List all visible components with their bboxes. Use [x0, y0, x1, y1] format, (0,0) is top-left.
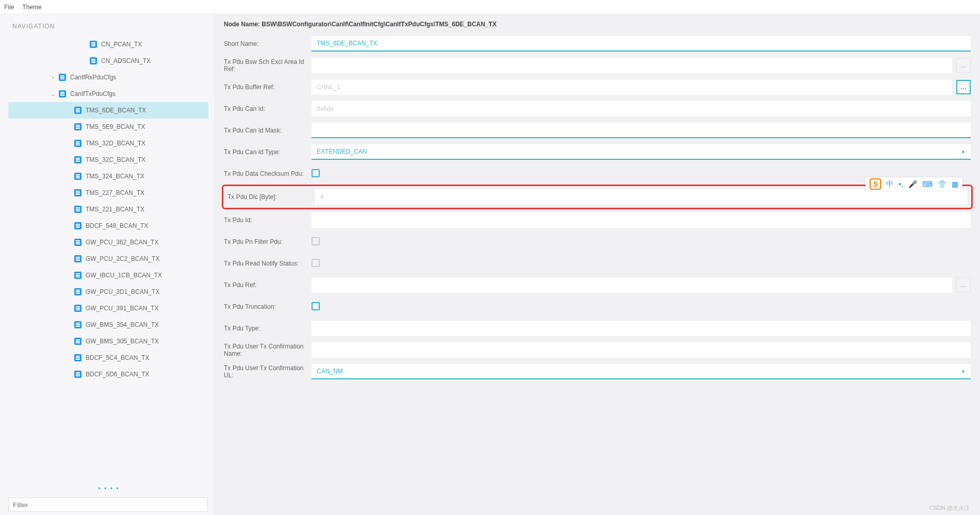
short-name-input[interactable]	[312, 36, 971, 52]
file-icon	[74, 371, 81, 378]
tree-item-tms_227_bcan_tx[interactable]: TMS_227_BCAN_TX	[8, 185, 208, 201]
tree-item-tms_221_bcan_tx[interactable]: TMS_221_BCAN_TX	[8, 201, 208, 218]
pn-filter-checkbox[interactable]	[312, 237, 320, 245]
pdu-ref-label: Tx Pdu Ref:	[224, 281, 312, 289]
tree-item-gw_pcu_362_bcan_tx[interactable]: GW_PCU_362_BCAN_TX	[8, 234, 208, 251]
tree-item-gw_pcu_3d1_bcan_tx[interactable]: GW_PCU_3D1_BCAN_TX	[8, 284, 208, 300]
conf-ul-select[interactable]	[312, 364, 971, 379]
ime-mic-icon[interactable]: 🎤	[908, 180, 917, 188]
tree-item-bdcf_5c4_bcan_tx[interactable]: BDCF_5C4_BCAN_TX	[8, 350, 208, 366]
filter-input[interactable]	[8, 497, 207, 512]
file-icon	[74, 189, 81, 196]
file-icon	[74, 354, 81, 361]
tree-item-label: TMS_221_BCAN_TX	[86, 206, 144, 213]
file-icon	[74, 272, 81, 279]
tree-item-gw_pcu_2c2_bcan_tx[interactable]: GW_PCU_2C2_BCAN_TX	[8, 251, 208, 267]
tree-item-label: GW_PCU_3D1_BCAN_TX	[86, 288, 159, 295]
tree-item-gw_ibcu_1cb_bcan_tx[interactable]: GW_IBCU_1CB_BCAN_TX	[8, 267, 208, 284]
buffer-ref-input[interactable]	[312, 79, 952, 95]
excl-area-input[interactable]	[312, 58, 952, 73]
tree-item-cn_pcan_tx[interactable]: CN_PCAN_TX	[8, 36, 208, 53]
tree-item-label: TMS_324_BCAN_TX	[86, 173, 144, 180]
file-icon	[74, 206, 81, 213]
pdu-type-label: Tx Pdu Type:	[224, 325, 312, 332]
ime-toolbar[interactable]: S 中 •, 🎤 ⌨ 👕 ▦	[865, 177, 962, 191]
ime-keyboard-icon[interactable]: ⌨	[922, 180, 933, 188]
can-id-mask-input[interactable]	[312, 123, 971, 138]
tree-item-label: CanIfTxPduCfgs	[70, 90, 116, 97]
file-icon	[74, 107, 81, 114]
pdu-ref-input[interactable]	[312, 277, 952, 293]
file-icon	[90, 57, 97, 64]
file-icon	[74, 321, 81, 328]
tree-item-label: GW_PCU_2C2_BCAN_TX	[86, 255, 159, 262]
tree-item-caniftxpducfgs[interactable]: ⌄CanIfTxPduCfgs	[8, 86, 208, 102]
ime-logo-icon: S	[870, 178, 881, 190]
file-icon	[74, 140, 81, 147]
ime-lang-icon[interactable]: 中	[886, 179, 893, 189]
pdu-type-input[interactable]	[312, 321, 971, 336]
ime-skin-icon[interactable]: 👕	[938, 180, 946, 188]
buffer-ref-browse-button[interactable]: …	[956, 80, 971, 94]
tree-item-label: GW_IBCU_1CB_BCAN_TX	[86, 272, 162, 279]
tree-item-tms_32c_bcan_tx[interactable]: TMS_32C_BCAN_TX	[8, 152, 208, 168]
tree-item-gw_bms_354_bcan_tx[interactable]: GW_BMS_354_BCAN_TX	[8, 317, 208, 333]
file-icon	[74, 173, 81, 180]
menu-theme[interactable]: Theme	[22, 4, 41, 11]
tree-item-label: GW_PCU_391_BCAN_TX	[86, 305, 158, 312]
tree-item-label: BDCF_5D6_BCAN_TX	[86, 371, 149, 378]
checksum-checkbox[interactable]	[312, 169, 320, 177]
tree-item-bdcf_548_bcan_tx[interactable]: BDCF_548_BCAN_TX	[8, 218, 208, 234]
buffer-ref-label: Tx Pdu Buffer Ref:	[224, 84, 312, 91]
menubar: File Theme	[0, 0, 980, 14]
can-id-input[interactable]	[312, 101, 971, 117]
highlighted-dlc-row: Tx Pdu Dlc [Byte]:	[222, 185, 973, 209]
file-icon	[74, 222, 81, 229]
tree-item-tms_324_bcan_tx[interactable]: TMS_324_BCAN_TX	[8, 168, 208, 185]
pdu-id-input[interactable]	[312, 212, 971, 228]
tree-item-label: BDCF_548_BCAN_TX	[86, 222, 148, 229]
tree-item-tms_6de_bcan_tx[interactable]: TMS_6DE_BCAN_TX	[8, 102, 208, 119]
dropdown-icon: ▼	[961, 369, 966, 374]
tree-item-label: GW_BMS_305_BCAN_TX	[86, 338, 159, 345]
file-icon	[74, 305, 81, 312]
tree-item-label: TMS_32C_BCAN_TX	[86, 156, 145, 163]
file-icon	[59, 90, 66, 97]
file-icon	[74, 255, 81, 262]
truncation-checkbox[interactable]	[312, 302, 320, 310]
tree-item-label: BDCF_5C4_BCAN_TX	[86, 354, 149, 361]
conf-ul-label: Tx Pdu User Tx Confirmation UL:	[224, 364, 312, 379]
menu-file[interactable]: File	[4, 4, 14, 11]
file-icon	[74, 288, 81, 295]
tree-item-gw_pcu_391_bcan_tx[interactable]: GW_PCU_391_BCAN_TX	[8, 300, 208, 317]
tree-item-tms_32d_bcan_tx[interactable]: TMS_32D_BCAN_TX	[8, 135, 208, 152]
excl-area-label: Tx Pdu Bsw Sch Excl Area Id Ref:	[224, 58, 312, 73]
tree-item-label: CN_ADSCAN_TX	[101, 57, 151, 64]
tree-item-bdcf_5d6_bcan_tx[interactable]: BDCF_5D6_BCAN_TX	[8, 366, 208, 383]
can-id-label: Tx Pdu Can Id:	[224, 105, 312, 112]
checksum-label: Tx Pdu Data Checksum Pdu:	[224, 170, 312, 177]
ime-punct-icon[interactable]: •,	[899, 180, 903, 188]
conf-name-input[interactable]	[312, 342, 971, 358]
file-icon	[59, 74, 66, 81]
tree-item-cn_adscan_tx[interactable]: CN_ADSCAN_TX	[8, 53, 208, 69]
dlc-input[interactable]	[315, 189, 967, 205]
dlc-label: Tx Pdu Dlc [Byte]:	[227, 193, 315, 201]
ime-toolbox-icon[interactable]: ▦	[952, 180, 958, 188]
tree-item-canifrxpducfgs[interactable]: ›CanIfRxPduCfgs	[8, 69, 208, 86]
short-name-label: Short Name:	[224, 40, 312, 47]
pdu-id-label: Tx Pdu Id:	[224, 217, 312, 224]
can-id-type-select[interactable]	[312, 144, 971, 160]
nav-title: NAVIGATION	[8, 21, 209, 36]
file-icon	[74, 123, 81, 130]
tree-item-gw_bms_305_bcan_tx[interactable]: GW_BMS_305_BCAN_TX	[8, 333, 208, 350]
read-notify-checkbox[interactable]	[312, 259, 320, 267]
tree-item-tms_5e9_bcan_tx[interactable]: TMS_5E9_BCAN_TX	[8, 119, 208, 135]
nav-tree[interactable]: CN_PCAN_TXCN_ADSCAN_TX›CanIfRxPduCfgs⌄Ca…	[8, 36, 209, 483]
file-icon	[74, 156, 81, 163]
tree-item-label: TMS_5E9_BCAN_TX	[86, 123, 145, 130]
tree-item-label: TMS_6DE_BCAN_TX	[86, 107, 146, 114]
conf-name-label: Tx Pdu User Tx Confirmation Name:	[224, 343, 312, 357]
can-id-type-label: Tx Pdu Can Id Type:	[224, 148, 312, 156]
watermark: CSDN @水火汪	[929, 504, 970, 512]
